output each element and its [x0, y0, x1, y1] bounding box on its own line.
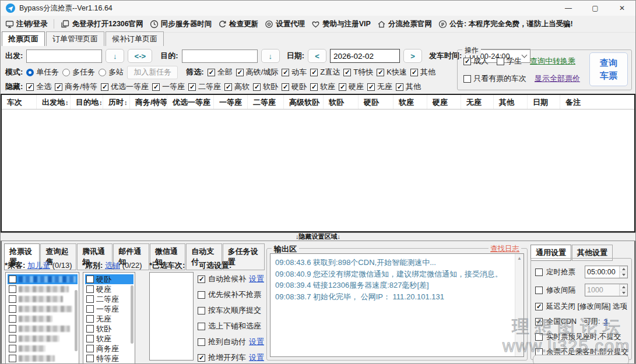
passenger-row[interactable] — [8, 274, 78, 284]
national-cdn-row[interactable]: 全国CDN 可用: 3 — [535, 317, 628, 327]
tab-waitlist-orders[interactable]: 候补订单页面 — [106, 31, 164, 46]
close-button[interactable]: ✕ — [609, 1, 635, 16]
seat-row[interactable]: 硬座 — [85, 284, 133, 294]
output-scrollbar[interactable]: ▲ — [515, 254, 523, 356]
col-soft-sleeper[interactable]: 软卧 — [324, 95, 359, 109]
passenger-row[interactable] — [8, 344, 78, 354]
minimize-button[interactable]: — — [555, 1, 582, 16]
col-premium-first[interactable]: 优选一等座 — [167, 95, 214, 109]
swap-stations-button[interactable]: <-> — [128, 49, 152, 63]
date-next-button[interactable]: > — [403, 49, 422, 63]
seat-row[interactable]: 硬卧 — [85, 274, 133, 284]
col-remark[interactable]: 备注 — [560, 95, 634, 109]
show-all-prices-link[interactable]: 显示全部票价 — [535, 73, 580, 84]
hide-soft-seat[interactable]: 软座 — [310, 82, 335, 92]
toolbar-open-12306[interactable]: 免登录打开12306官网 — [61, 19, 143, 29]
interval-row[interactable]: 修改间隔 1000 — [535, 284, 628, 296]
filter-t-train[interactable]: T特快 — [343, 67, 373, 77]
filter-highspeed[interactable]: 高铁/城际 — [236, 67, 279, 77]
passenger-row[interactable] — [8, 284, 78, 294]
seat-row[interactable]: 特等座 — [85, 354, 133, 363]
hide-hard-seat[interactable]: 硬座 — [339, 82, 364, 92]
hide-soft-sleeper[interactable]: 软卧 — [253, 82, 278, 92]
seat-row[interactable]: 二等座 — [85, 294, 133, 304]
col-hard-sleeper[interactable]: 硬卧 — [359, 95, 393, 109]
col-other[interactable]: 其他 — [494, 95, 528, 109]
seat-type-list[interactable]: 硬卧 硬座 二等座 一等座 无座 软卧 软座 商务座 特等座 — [83, 272, 135, 364]
col-date[interactable]: 日期 — [528, 95, 560, 109]
col-soft-seat[interactable]: 软座 — [393, 95, 427, 109]
find-log-link[interactable]: 查找日志 — [489, 244, 521, 254]
settings-link[interactable]: 设置 — [249, 352, 264, 363]
output-log-area[interactable]: 09:08:43.6 获取到:898个CDN,开始智能测速中... 09:08:… — [270, 253, 524, 357]
radio-multi-task[interactable]: 多任务 — [62, 67, 95, 77]
filter-z-train[interactable]: Z直达 — [310, 67, 340, 77]
hide-first-class[interactable]: 一等座 — [152, 82, 185, 92]
col-duration[interactable]: 历时↕ — [103, 95, 130, 109]
radio-multi-station[interactable]: 多站 — [99, 67, 124, 77]
selected-trains-box[interactable] — [149, 272, 194, 361]
col-business[interactable]: 商务/特等 — [130, 95, 167, 109]
passenger-row[interactable] — [8, 354, 78, 363]
tab-order-management[interactable]: 订单管理页面 — [46, 31, 104, 46]
hide-business[interactable]: 商务/特等 — [55, 82, 97, 92]
hide-soft-deluxe[interactable]: 高软 — [224, 82, 250, 92]
dest-input[interactable] — [182, 50, 258, 63]
hide-settings-divider[interactable]: ↓隐藏设置区域↓ — [1, 232, 635, 241]
filter-all[interactable]: 全部 — [208, 67, 233, 77]
passenger-list[interactable] — [5, 272, 79, 364]
opt-waitlist-first[interactable]: 优先候补不抢票 — [198, 289, 265, 300]
opt-order-by-train[interactable]: 按车次顺序提交 — [198, 305, 265, 316]
seat-row[interactable]: 商务座 — [85, 344, 133, 354]
passenger-scrollbar[interactable] — [75, 290, 78, 351]
timed-grab-row[interactable]: 定时抢票 05:00:00 — [535, 266, 628, 278]
toolbar-sponsor-vip[interactable]: 赞助与注册VIP — [311, 19, 371, 29]
col-deluxe-sleeper[interactable]: 高级软卧 — [284, 95, 324, 109]
col-first-class[interactable]: 一等座 — [214, 95, 248, 109]
col-standing[interactable]: 无座 — [461, 95, 494, 109]
opt-auto-pay[interactable]: 抢到自动付设置 — [198, 337, 265, 347]
hide-premium-first[interactable]: 优选一等座 — [101, 82, 149, 92]
hide-hard-sleeper[interactable]: 硬卧 — [282, 82, 307, 92]
opt-auto-waitlist[interactable]: 自动抢候补设置 — [198, 274, 265, 284]
col-dest-station[interactable]: 目的地↕ — [71, 95, 103, 109]
transfer-query-link[interactable]: 查询中转换乘 — [530, 56, 575, 66]
depart-dropdown-button[interactable]: ↓ — [106, 49, 124, 63]
radio-single-task[interactable]: 单任务 — [26, 67, 59, 77]
col-hard-seat[interactable]: 硬座 — [427, 95, 461, 109]
passenger-row[interactable] — [8, 324, 78, 334]
settings-link[interactable]: 设置 — [249, 337, 264, 347]
seat-row[interactable]: 软座 — [85, 334, 133, 344]
cdn-available-count[interactable]: 3 — [604, 318, 608, 326]
seat-row[interactable]: 一等座 — [85, 304, 133, 314]
passenger-row[interactable] — [8, 314, 78, 324]
passenger-row[interactable] — [8, 334, 78, 344]
filter-d-train[interactable]: 动车 — [282, 67, 307, 77]
hide-other[interactable]: 其他 — [396, 82, 421, 92]
toolbar-check-update[interactable]: 检查更新 — [218, 19, 258, 29]
hide-second-class[interactable]: 二等座 — [188, 82, 221, 92]
hide-standing[interactable]: 无座 — [367, 82, 392, 92]
query-tickets-button[interactable]: 查询 车票 — [589, 52, 628, 86]
tab-ticket-page[interactable]: 抢票页面 — [2, 31, 45, 46]
add-task-button[interactable]: 加入新任务 — [127, 66, 178, 79]
settings-link[interactable]: 设置 — [249, 274, 264, 284]
adult-checkbox[interactable]: 成人 — [463, 56, 489, 66]
opt-choose-bunk-seat[interactable]: 选上下铺和选座 — [198, 321, 265, 331]
only-available-checkbox[interactable]: 只看有票的车次 — [463, 73, 526, 84]
maximize-button[interactable]: ▢ — [582, 1, 609, 16]
toolbar-official-site[interactable]: 分流抢票官网 — [377, 19, 432, 29]
dest-dropdown-button[interactable]: ↓ — [261, 49, 280, 63]
toolbar-proxy[interactable]: 设置代理 — [265, 19, 305, 29]
select-bunk-link[interactable]: 选铺 — [105, 261, 120, 270]
delay-close-row[interactable]: 延迟关闭 [修改间隔] 选项 — [535, 302, 628, 312]
scroll-up-icon[interactable]: ▲ — [515, 254, 523, 261]
toolbar-logout[interactable]: 注销/登录 — [5, 19, 47, 29]
realtime-no-submit-row[interactable]: 实时票预见座时,不提交 — [535, 332, 628, 342]
passenger-row[interactable] — [8, 294, 78, 304]
depart-input[interactable] — [26, 50, 102, 63]
seat-scrollbar[interactable] — [131, 285, 133, 344]
col-depart-station[interactable]: 出发地↕ — [37, 95, 71, 109]
col-second-class[interactable]: 二等座 — [248, 95, 284, 109]
passenger-row[interactable] — [8, 304, 78, 314]
